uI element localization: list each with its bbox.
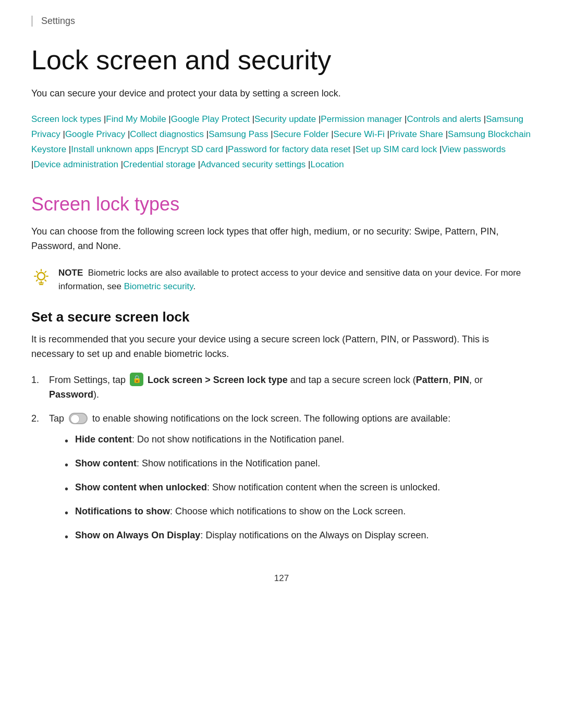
link-screen-lock-types[interactable]: Screen lock types: [31, 114, 101, 124]
svg-line-5: [36, 271, 38, 272]
link-location[interactable]: Location: [311, 159, 344, 169]
steps-list: 1. From Settings, tap 🔒 Lock screen > Sc…: [31, 373, 532, 552]
option-show-content-unlocked: • Show content when unlocked: Show notif…: [65, 480, 532, 497]
bullet-dot: •: [65, 433, 70, 449]
page-container: Settings Lock screen and security You ca…: [0, 0, 563, 728]
svg-line-6: [45, 280, 46, 281]
link-biometric-security[interactable]: Biometric security: [124, 281, 193, 291]
option-notifications-to-show-text: Notifications to show: Choose which noti…: [75, 504, 406, 519]
link-secure-wifi[interactable]: Secure Wi-Fi: [334, 129, 385, 139]
link-password-factory[interactable]: Password for factory data reset: [228, 144, 350, 154]
svg-line-8: [36, 280, 38, 281]
svg-point-0: [38, 273, 45, 280]
option-show-always-on-display-text: Show on Always On Display: Display notif…: [75, 528, 429, 543]
page-number: 127: [31, 573, 532, 584]
link-google-play-protect[interactable]: Google Play Protect: [171, 114, 250, 124]
note-box: NOTE Biometric locks are also available …: [31, 266, 532, 294]
breadcrumb-text: Settings: [41, 16, 75, 26]
screen-lock-types-description: You can choose from the following screen…: [31, 225, 532, 254]
link-sim-card-lock[interactable]: Set up SIM card lock: [355, 144, 437, 154]
option-notifications-to-show: • Notifications to show: Choose which no…: [65, 504, 532, 521]
step-1-nav-text: Lock screen > Screen lock type: [148, 375, 288, 385]
link-samsung-pass[interactable]: Samsung Pass: [209, 129, 268, 139]
toggle-icon: [69, 413, 88, 424]
link-private-share[interactable]: Private Share: [389, 129, 443, 139]
lock-screen-icon: 🔒: [130, 373, 143, 386]
option-show-always-on-display: • Show on Always On Display: Display not…: [65, 528, 532, 545]
breadcrumb: Settings: [31, 16, 532, 27]
link-google-privacy[interactable]: Google Privacy: [65, 129, 125, 139]
svg-line-7: [45, 271, 46, 272]
link-collect-diagnostics[interactable]: Collect diagnostics: [130, 129, 204, 139]
options-list: • Hide content: Do not show notification…: [65, 433, 532, 545]
link-credential-storage[interactable]: Credential storage: [123, 159, 195, 169]
link-controls-and-alerts[interactable]: Controls and alerts: [407, 114, 481, 124]
link-encrypt-sd[interactable]: Encrypt SD card: [158, 144, 223, 154]
subsection-description-secure-lock: It is recommended that you secure your d…: [31, 332, 532, 362]
step-1: 1. From Settings, tap 🔒 Lock screen > Sc…: [31, 373, 532, 402]
subsection-title-secure-lock: Set a secure screen lock: [31, 309, 532, 325]
page-title: Lock screen and security: [31, 45, 532, 75]
links-section: Screen lock types |Find My Mobile |Googl…: [31, 112, 532, 172]
option-show-content-unlocked-text: Show content when unlocked: Show notific…: [75, 480, 440, 495]
step-1-content: From Settings, tap 🔒 Lock screen > Scree…: [49, 373, 532, 402]
step-1-password: Password: [49, 389, 93, 400]
link-permission-manager[interactable]: Permission manager: [321, 114, 402, 124]
intro-text: You can secure your device and protect y…: [31, 87, 532, 101]
section-title-screen-lock-types: Screen lock types: [31, 193, 532, 215]
note-label: NOTE: [58, 268, 83, 278]
link-secure-folder[interactable]: Secure Folder: [273, 129, 329, 139]
step-1-pin: PIN: [454, 375, 469, 385]
option-hide-content-text: Hide content: Do not show notifications …: [75, 433, 344, 447]
step-2-content: Tap to enable showing notifications on t…: [49, 412, 532, 552]
link-view-passwords[interactable]: View passwords: [442, 144, 506, 154]
step-1-pattern: Pattern: [416, 375, 448, 385]
link-find-my-mobile[interactable]: Find My Mobile: [106, 114, 166, 124]
option-show-content: • Show content: Show notifications in th…: [65, 456, 532, 473]
lightbulb-icon: [31, 267, 51, 287]
link-security-update[interactable]: Security update: [254, 114, 316, 124]
step-1-number: 1.: [31, 373, 44, 388]
step-2-number: 2.: [31, 412, 44, 426]
link-advanced-security[interactable]: Advanced security settings: [200, 159, 305, 169]
bullet-dot: •: [65, 529, 70, 545]
step-2: 2. Tap to enable showing notifications o…: [31, 412, 532, 552]
option-show-content-text: Show content: Show notifications in the …: [75, 456, 320, 471]
bullet-dot: •: [65, 481, 70, 497]
bullet-dot: •: [65, 505, 70, 521]
bullet-dot: •: [65, 457, 70, 473]
option-hide-content: • Hide content: Do not show notification…: [65, 433, 532, 449]
link-install-unknown-apps[interactable]: Install unknown apps: [71, 144, 154, 154]
note-text: NOTE Biometric locks are also available …: [58, 266, 532, 294]
link-device-admin[interactable]: Device administration: [33, 159, 118, 169]
